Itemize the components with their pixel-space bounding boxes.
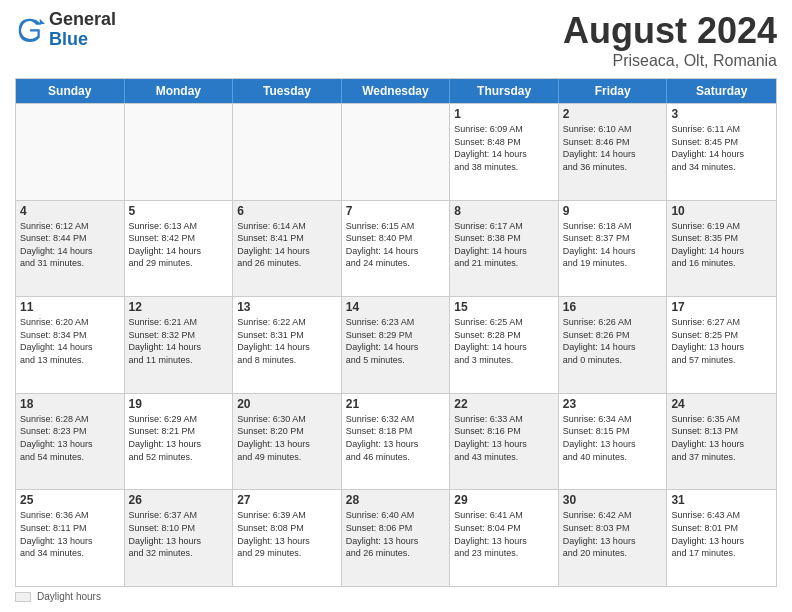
calendar-cell: 9Sunrise: 6:18 AM Sunset: 8:37 PM Daylig… [559,201,668,297]
day-info: Sunrise: 6:25 AM Sunset: 8:28 PM Dayligh… [454,316,554,366]
calendar-cell: 21Sunrise: 6:32 AM Sunset: 8:18 PM Dayli… [342,394,451,490]
calendar-cell: 16Sunrise: 6:26 AM Sunset: 8:26 PM Dayli… [559,297,668,393]
calendar-week-4: 18Sunrise: 6:28 AM Sunset: 8:23 PM Dayli… [16,393,776,490]
calendar-cell: 18Sunrise: 6:28 AM Sunset: 8:23 PM Dayli… [16,394,125,490]
day-info: Sunrise: 6:17 AM Sunset: 8:38 PM Dayligh… [454,220,554,270]
logo-general-text: General [49,9,116,29]
calendar: SundayMondayTuesdayWednesdayThursdayFrid… [15,78,777,587]
day-info: Sunrise: 6:18 AM Sunset: 8:37 PM Dayligh… [563,220,663,270]
day-info: Sunrise: 6:15 AM Sunset: 8:40 PM Dayligh… [346,220,446,270]
day-info: Sunrise: 6:42 AM Sunset: 8:03 PM Dayligh… [563,509,663,559]
calendar-cell: 23Sunrise: 6:34 AM Sunset: 8:15 PM Dayli… [559,394,668,490]
calendar-cell: 17Sunrise: 6:27 AM Sunset: 8:25 PM Dayli… [667,297,776,393]
day-info: Sunrise: 6:35 AM Sunset: 8:13 PM Dayligh… [671,413,772,463]
calendar-cell: 25Sunrise: 6:36 AM Sunset: 8:11 PM Dayli… [16,490,125,586]
calendar-cell [233,104,342,200]
calendar-cell [16,104,125,200]
calendar-cell: 20Sunrise: 6:30 AM Sunset: 8:20 PM Dayli… [233,394,342,490]
calendar-cell: 30Sunrise: 6:42 AM Sunset: 8:03 PM Dayli… [559,490,668,586]
day-number: 16 [563,300,663,314]
calendar-week-2: 4Sunrise: 6:12 AM Sunset: 8:44 PM Daylig… [16,200,776,297]
day-info: Sunrise: 6:40 AM Sunset: 8:06 PM Dayligh… [346,509,446,559]
calendar-header-cell-wednesday: Wednesday [342,79,451,103]
day-info: Sunrise: 6:39 AM Sunset: 8:08 PM Dayligh… [237,509,337,559]
day-number: 31 [671,493,772,507]
day-number: 21 [346,397,446,411]
calendar-cell: 31Sunrise: 6:43 AM Sunset: 8:01 PM Dayli… [667,490,776,586]
day-number: 12 [129,300,229,314]
day-number: 22 [454,397,554,411]
day-info: Sunrise: 6:28 AM Sunset: 8:23 PM Dayligh… [20,413,120,463]
calendar-cell [342,104,451,200]
day-number: 25 [20,493,120,507]
calendar-cell: 28Sunrise: 6:40 AM Sunset: 8:06 PM Dayli… [342,490,451,586]
day-info: Sunrise: 6:21 AM Sunset: 8:32 PM Dayligh… [129,316,229,366]
day-number: 4 [20,204,120,218]
day-number: 28 [346,493,446,507]
calendar-body: 1Sunrise: 6:09 AM Sunset: 8:48 PM Daylig… [16,103,776,586]
day-info: Sunrise: 6:10 AM Sunset: 8:46 PM Dayligh… [563,123,663,173]
title-block: August 2024 Priseaca, Olt, Romania [563,10,777,70]
day-info: Sunrise: 6:19 AM Sunset: 8:35 PM Dayligh… [671,220,772,270]
calendar-cell: 14Sunrise: 6:23 AM Sunset: 8:29 PM Dayli… [342,297,451,393]
day-info: Sunrise: 6:26 AM Sunset: 8:26 PM Dayligh… [563,316,663,366]
day-number: 1 [454,107,554,121]
day-info: Sunrise: 6:36 AM Sunset: 8:11 PM Dayligh… [20,509,120,559]
calendar-cell: 8Sunrise: 6:17 AM Sunset: 8:38 PM Daylig… [450,201,559,297]
day-number: 5 [129,204,229,218]
legend-box [15,592,31,602]
day-number: 19 [129,397,229,411]
calendar-cell: 13Sunrise: 6:22 AM Sunset: 8:31 PM Dayli… [233,297,342,393]
day-info: Sunrise: 6:37 AM Sunset: 8:10 PM Dayligh… [129,509,229,559]
calendar-cell: 19Sunrise: 6:29 AM Sunset: 8:21 PM Dayli… [125,394,234,490]
calendar-header-cell-tuesday: Tuesday [233,79,342,103]
calendar-header-cell-monday: Monday [125,79,234,103]
legend-label: Daylight hours [37,591,101,602]
day-number: 20 [237,397,337,411]
day-info: Sunrise: 6:43 AM Sunset: 8:01 PM Dayligh… [671,509,772,559]
calendar-cell: 11Sunrise: 6:20 AM Sunset: 8:34 PM Dayli… [16,297,125,393]
calendar-header: SundayMondayTuesdayWednesdayThursdayFrid… [16,79,776,103]
logo-icon [15,15,45,45]
logo: General Blue [15,10,116,50]
calendar-week-1: 1Sunrise: 6:09 AM Sunset: 8:48 PM Daylig… [16,103,776,200]
day-info: Sunrise: 6:09 AM Sunset: 8:48 PM Dayligh… [454,123,554,173]
calendar-cell: 2Sunrise: 6:10 AM Sunset: 8:46 PM Daylig… [559,104,668,200]
calendar-cell: 27Sunrise: 6:39 AM Sunset: 8:08 PM Dayli… [233,490,342,586]
calendar-header-cell-saturday: Saturday [667,79,776,103]
calendar-cell: 12Sunrise: 6:21 AM Sunset: 8:32 PM Dayli… [125,297,234,393]
day-number: 23 [563,397,663,411]
day-info: Sunrise: 6:27 AM Sunset: 8:25 PM Dayligh… [671,316,772,366]
calendar-cell: 15Sunrise: 6:25 AM Sunset: 8:28 PM Dayli… [450,297,559,393]
day-number: 6 [237,204,337,218]
day-number: 30 [563,493,663,507]
day-number: 2 [563,107,663,121]
calendar-cell: 26Sunrise: 6:37 AM Sunset: 8:10 PM Dayli… [125,490,234,586]
day-number: 29 [454,493,554,507]
day-number: 3 [671,107,772,121]
page: General Blue August 2024 Priseaca, Olt, … [0,0,792,612]
day-info: Sunrise: 6:32 AM Sunset: 8:18 PM Dayligh… [346,413,446,463]
day-number: 27 [237,493,337,507]
day-number: 13 [237,300,337,314]
day-number: 7 [346,204,446,218]
calendar-cell: 7Sunrise: 6:15 AM Sunset: 8:40 PM Daylig… [342,201,451,297]
day-info: Sunrise: 6:13 AM Sunset: 8:42 PM Dayligh… [129,220,229,270]
logo-text: General Blue [49,10,116,50]
day-number: 26 [129,493,229,507]
day-info: Sunrise: 6:33 AM Sunset: 8:16 PM Dayligh… [454,413,554,463]
calendar-week-3: 11Sunrise: 6:20 AM Sunset: 8:34 PM Dayli… [16,296,776,393]
day-info: Sunrise: 6:23 AM Sunset: 8:29 PM Dayligh… [346,316,446,366]
day-info: Sunrise: 6:20 AM Sunset: 8:34 PM Dayligh… [20,316,120,366]
calendar-cell: 6Sunrise: 6:14 AM Sunset: 8:41 PM Daylig… [233,201,342,297]
day-info: Sunrise: 6:29 AM Sunset: 8:21 PM Dayligh… [129,413,229,463]
calendar-cell: 29Sunrise: 6:41 AM Sunset: 8:04 PM Dayli… [450,490,559,586]
day-info: Sunrise: 6:14 AM Sunset: 8:41 PM Dayligh… [237,220,337,270]
day-number: 18 [20,397,120,411]
logo-blue-text: Blue [49,29,88,49]
title-location: Priseaca, Olt, Romania [563,52,777,70]
day-info: Sunrise: 6:34 AM Sunset: 8:15 PM Dayligh… [563,413,663,463]
calendar-cell: 10Sunrise: 6:19 AM Sunset: 8:35 PM Dayli… [667,201,776,297]
calendar-cell: 1Sunrise: 6:09 AM Sunset: 8:48 PM Daylig… [450,104,559,200]
calendar-cell: 22Sunrise: 6:33 AM Sunset: 8:16 PM Dayli… [450,394,559,490]
